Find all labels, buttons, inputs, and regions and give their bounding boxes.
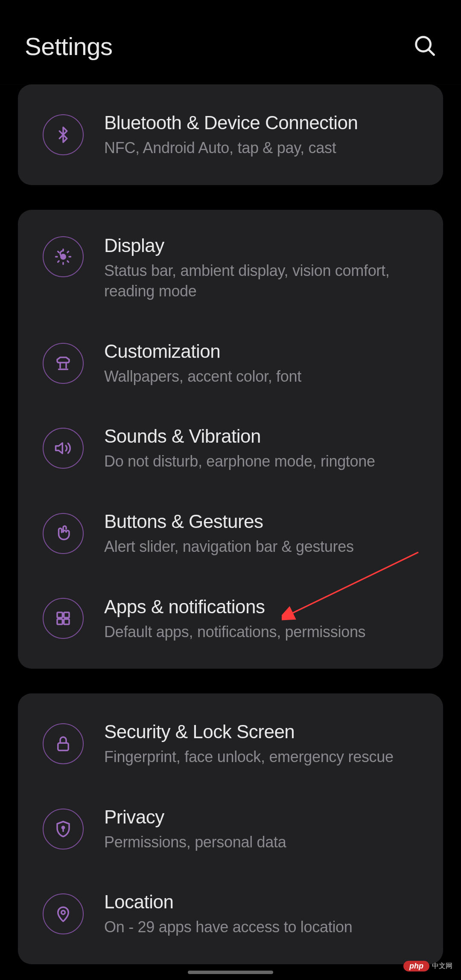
item-title: Buttons & Gestures bbox=[104, 510, 418, 533]
item-text: Customization Wallpapers, accent color, … bbox=[104, 339, 418, 387]
settings-item-sounds[interactable]: Sounds & Vibration Do not disturb, earph… bbox=[18, 406, 443, 491]
svg-line-6 bbox=[67, 261, 68, 262]
item-title: Apps & notifications bbox=[104, 595, 418, 618]
settings-item-customization[interactable]: Customization Wallpapers, accent color, … bbox=[18, 321, 443, 406]
svg-rect-13 bbox=[64, 612, 69, 618]
location-icon bbox=[43, 893, 84, 934]
bluetooth-icon bbox=[43, 114, 84, 155]
settings-group-connectivity: Bluetooth & Device Connection NFC, Andro… bbox=[18, 84, 443, 185]
settings-group-device: Display Status bar, ambient display, vis… bbox=[18, 210, 443, 669]
item-text: Display Status bar, ambient display, vis… bbox=[104, 234, 418, 302]
item-title: Privacy bbox=[104, 805, 418, 829]
watermark-badge: php bbox=[403, 961, 429, 971]
item-title: Location bbox=[104, 890, 418, 913]
sound-icon bbox=[43, 428, 84, 469]
svg-rect-15 bbox=[64, 619, 69, 624]
gestures-icon bbox=[43, 513, 84, 554]
settings-item-buttons[interactable]: Buttons & Gestures Alert slider, navigat… bbox=[18, 491, 443, 576]
display-icon bbox=[43, 236, 84, 277]
svg-rect-16 bbox=[58, 743, 69, 751]
page-title: Settings bbox=[25, 32, 113, 61]
item-subtitle: On - 29 apps have access to location bbox=[104, 917, 418, 938]
item-text: Location On - 29 apps have access to loc… bbox=[104, 890, 418, 938]
apps-icon bbox=[43, 598, 84, 639]
item-text: Apps & notifications Default apps, notif… bbox=[104, 595, 418, 643]
svg-point-19 bbox=[61, 910, 65, 914]
header: Settings bbox=[0, 0, 461, 84]
svg-marker-11 bbox=[56, 443, 63, 454]
watermark: php 中文网 bbox=[403, 961, 452, 971]
privacy-icon bbox=[43, 809, 84, 850]
home-indicator[interactable] bbox=[188, 971, 273, 974]
settings-item-privacy[interactable]: Privacy Permissions, personal data bbox=[18, 786, 443, 872]
item-subtitle: Do not disturb, earphone mode, ringtone bbox=[104, 451, 418, 472]
search-icon[interactable] bbox=[413, 34, 436, 59]
item-subtitle: NFC, Android Auto, tap & pay, cast bbox=[104, 138, 418, 159]
item-title: Bluetooth & Device Connection bbox=[104, 111, 418, 134]
settings-item-location[interactable]: Location On - 29 apps have access to loc… bbox=[18, 871, 443, 957]
item-title: Security & Lock Screen bbox=[104, 720, 418, 743]
settings-content: Bluetooth & Device Connection NFC, Andro… bbox=[0, 84, 461, 964]
item-subtitle: Alert slider, navigation bar & gestures bbox=[104, 536, 418, 557]
svg-line-5 bbox=[58, 251, 59, 252]
svg-line-10 bbox=[67, 251, 68, 252]
settings-group-privacy: Security & Lock Screen Fingerprint, face… bbox=[18, 693, 443, 964]
svg-line-1 bbox=[429, 49, 434, 55]
item-text: Privacy Permissions, personal data bbox=[104, 805, 418, 853]
item-text: Sounds & Vibration Do not disturb, earph… bbox=[104, 424, 418, 472]
item-subtitle: Permissions, personal data bbox=[104, 832, 418, 853]
svg-rect-14 bbox=[57, 619, 62, 624]
item-subtitle: Default apps, notifications, permissions bbox=[104, 622, 418, 643]
item-title: Display bbox=[104, 234, 418, 257]
item-subtitle: Fingerprint, face unlock, emergency resc… bbox=[104, 747, 418, 768]
item-text: Buttons & Gestures Alert slider, navigat… bbox=[104, 510, 418, 557]
item-title: Customization bbox=[104, 339, 418, 363]
settings-item-apps[interactable]: Apps & notifications Default apps, notif… bbox=[18, 576, 443, 661]
item-text: Bluetooth & Device Connection NFC, Andro… bbox=[104, 111, 418, 159]
item-text: Security & Lock Screen Fingerprint, face… bbox=[104, 720, 418, 768]
svg-line-9 bbox=[58, 261, 59, 262]
item-subtitle: Wallpapers, accent color, font bbox=[104, 366, 418, 387]
customization-icon bbox=[43, 343, 84, 384]
item-subtitle: Status bar, ambient display, vision comf… bbox=[104, 261, 418, 302]
item-title: Sounds & Vibration bbox=[104, 424, 418, 448]
settings-item-bluetooth[interactable]: Bluetooth & Device Connection NFC, Andro… bbox=[18, 92, 443, 177]
settings-item-display[interactable]: Display Status bar, ambient display, vis… bbox=[18, 217, 443, 321]
settings-item-security[interactable]: Security & Lock Screen Fingerprint, face… bbox=[18, 701, 443, 786]
svg-rect-12 bbox=[57, 612, 62, 618]
watermark-text: 中文网 bbox=[432, 962, 452, 971]
lock-icon bbox=[43, 723, 84, 764]
